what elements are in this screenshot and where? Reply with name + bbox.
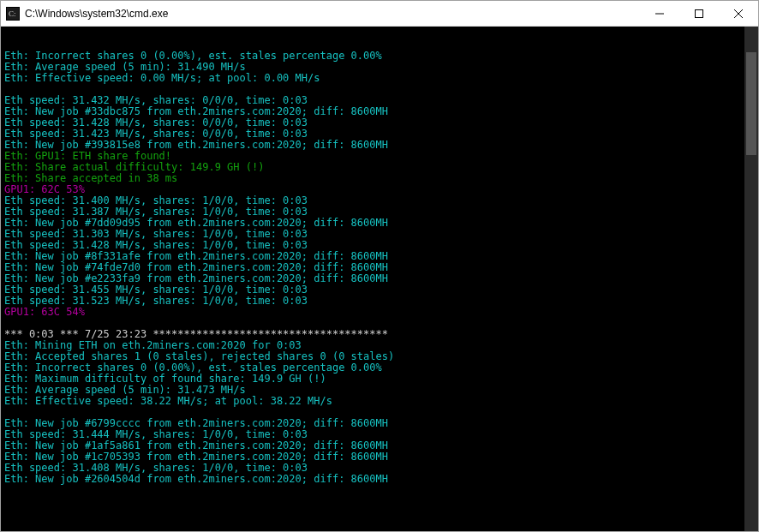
cmd-window: C: C:\Windows\system32\cmd.exe Eth: Inco…	[0, 0, 759, 532]
scrollbar[interactable]	[744, 27, 758, 531]
close-button[interactable]	[719, 1, 758, 27]
minimize-button[interactable]	[640, 1, 679, 27]
terminal-output[interactable]: Eth: Incorrect shares 0 (0.00%), est. st…	[1, 27, 758, 531]
terminal-line: Eth speed: 31.523 MH/s, shares: 1/0/0, t…	[4, 296, 755, 307]
scrollbar-thumb[interactable]	[746, 52, 756, 155]
svg-rect-4	[696, 9, 703, 17]
terminal-line: Eth: Share accepted in 38 ms	[4, 173, 755, 184]
terminal-line: Eth: New job #2604504d from eth.2miners.…	[4, 474, 755, 485]
terminal-line: Eth: Effective speed: 38.22 MH/s; at poo…	[4, 396, 755, 407]
svg-text:C:: C:	[9, 9, 16, 18]
cmd-icon: C:	[6, 7, 20, 21]
maximize-button[interactable]	[679, 1, 719, 27]
terminal-line: Eth: Effective speed: 0.00 MH/s; at pool…	[4, 73, 755, 84]
terminal-line: GPU1: 63C 54%	[4, 307, 755, 318]
window-title: C:\Windows\system32\cmd.exe	[25, 8, 168, 20]
titlebar[interactable]: C: C:\Windows\system32\cmd.exe	[1, 1, 758, 27]
